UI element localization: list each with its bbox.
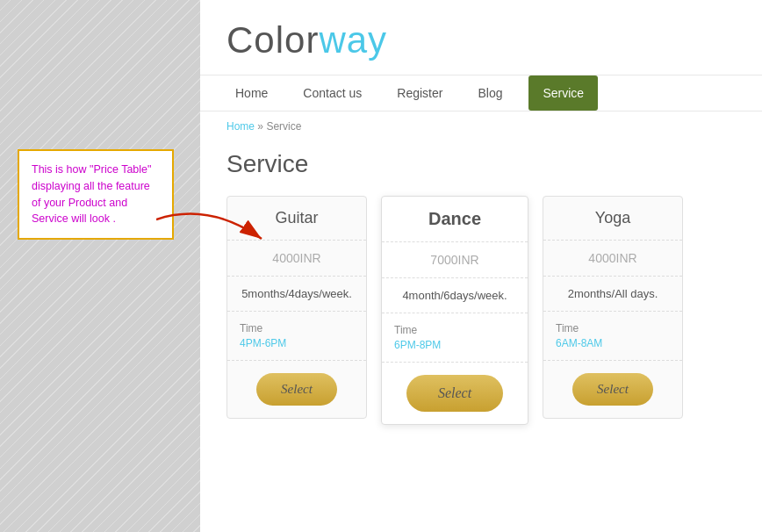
card-dance-time-section: Time 6PM-8PM bbox=[382, 313, 528, 363]
card-yoga-header: Yoga bbox=[543, 197, 682, 241]
card-yoga-duration: 2months/All days. bbox=[543, 277, 682, 312]
page-title: Service bbox=[200, 141, 762, 196]
card-guitar-select-button[interactable]: Select bbox=[256, 373, 337, 406]
card-dance-title: Dance bbox=[391, 209, 519, 229]
card-guitar-time-section: Time 4PM-6PM bbox=[227, 312, 366, 361]
card-yoga-time-value: 6AM-8AM bbox=[556, 337, 670, 349]
card-dance-footer: Select bbox=[382, 363, 528, 424]
card-yoga: Yoga 4000INR 2months/All days. Time 6AM-… bbox=[543, 196, 683, 419]
card-guitar-title: Guitar bbox=[236, 209, 357, 227]
nav-blog[interactable]: Blog bbox=[469, 75, 511, 111]
sidebar: This is how "Price Table" displaying all… bbox=[0, 0, 200, 532]
logo-color: Color bbox=[226, 19, 319, 61]
card-dance-price: 7000INR bbox=[382, 242, 528, 278]
nav-register[interactable]: Register bbox=[388, 75, 451, 111]
card-guitar-time-value: 4PM-6PM bbox=[240, 337, 354, 349]
card-dance-time-value: 6PM-8PM bbox=[394, 339, 515, 351]
main-content: Colorway Home Contact us Register Blog S… bbox=[200, 0, 762, 532]
breadcrumb-separator: » bbox=[257, 120, 266, 133]
card-guitar-duration: 5months/4days/week. bbox=[227, 277, 366, 312]
breadcrumb-home[interactable]: Home bbox=[226, 120, 255, 133]
breadcrumb-current: Service bbox=[266, 120, 301, 133]
logo-way: way bbox=[319, 19, 387, 61]
logo-area: Colorway bbox=[200, 0, 762, 75]
card-guitar-header: Guitar bbox=[227, 197, 366, 241]
breadcrumb: Home » Service bbox=[200, 111, 762, 141]
card-dance: Dance 7000INR 4month/6days/week. Time 6P… bbox=[381, 196, 528, 425]
card-guitar-time-label: Time bbox=[240, 322, 354, 334]
card-yoga-title: Yoga bbox=[552, 209, 673, 227]
card-guitar: Guitar 4000INR 5months/4days/week. Time … bbox=[226, 196, 367, 419]
nav-contact[interactable]: Contact us bbox=[294, 75, 370, 111]
card-yoga-footer: Select bbox=[543, 361, 682, 418]
card-yoga-time-section: Time 6AM-8AM bbox=[543, 312, 682, 361]
cards-area: Guitar 4000INR 5months/4days/week. Time … bbox=[200, 196, 762, 451]
card-dance-duration: 4month/6days/week. bbox=[382, 278, 528, 313]
card-dance-select-button[interactable]: Select bbox=[406, 375, 503, 412]
card-yoga-select-button[interactable]: Select bbox=[572, 373, 653, 406]
card-dance-header: Dance bbox=[382, 197, 528, 242]
logo: Colorway bbox=[226, 19, 736, 61]
card-guitar-footer: Select bbox=[227, 361, 366, 418]
nav-home[interactable]: Home bbox=[226, 75, 277, 111]
card-yoga-time-label: Time bbox=[556, 322, 670, 334]
nav-service[interactable]: Service bbox=[528, 75, 598, 111]
nav-bar: Home Contact us Register Blog Service bbox=[200, 75, 762, 111]
card-guitar-price: 4000INR bbox=[227, 241, 366, 277]
tooltip-text: This is how "Price Table" displaying all… bbox=[32, 162, 160, 227]
card-dance-time-label: Time bbox=[394, 324, 515, 336]
card-yoga-price: 4000INR bbox=[543, 241, 682, 277]
tooltip-box: This is how "Price Table" displaying all… bbox=[18, 149, 174, 240]
